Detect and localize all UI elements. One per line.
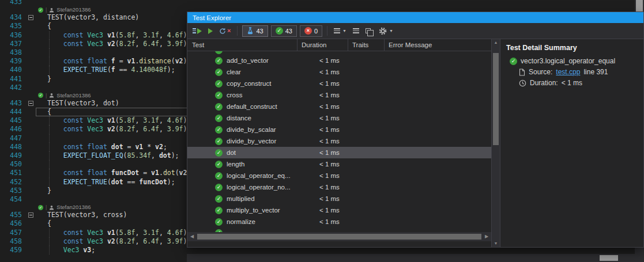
line-number[interactable]: 449 [0, 151, 25, 160]
column-header-duration[interactable]: Duration [297, 39, 348, 51]
line-number[interactable]: 433 [0, 0, 25, 6]
source-file-link[interactable]: test.cpp [556, 68, 580, 76]
detail-duration-row: Duration: < 1 ms [506, 79, 638, 87]
code-text: const Vec3 v1(5.8f, 3.1f, 4.6f); [36, 31, 191, 40]
line-number[interactable]: 456 [0, 219, 25, 228]
test-row-multiplied[interactable]: ✓multiplied< 1 ms [187, 193, 491, 204]
fold-column [25, 151, 36, 160]
line-number[interactable]: 442 [0, 83, 25, 92]
line-number[interactable]: 436 [0, 31, 25, 40]
repeat-last-run-button[interactable]: × [217, 25, 232, 37]
test-row-length[interactable]: ✓length< 1 ms [187, 158, 491, 170]
failed-icon: × [304, 27, 312, 35]
fold-column [25, 57, 36, 66]
scroll-right-arrow-icon[interactable]: ▶ [482, 232, 491, 241]
line-number[interactable]: 444 [0, 108, 25, 116]
line-number[interactable]: 458 [0, 237, 25, 246]
scroll-up-arrow-icon[interactable]: ▲ [492, 39, 500, 46]
test-row-distance[interactable]: ✓distance< 1 ms [187, 112, 491, 124]
test-row-divide-by-vector[interactable]: ✓divide_by_vector< 1 ms [187, 135, 491, 147]
line-number[interactable]: 443 [0, 99, 25, 108]
line-number[interactable]: 448 [0, 143, 25, 151]
test-explorer-toolbar: × 43 ✓ 43 × 0 ▼ [187, 23, 643, 39]
line-number[interactable]: 437 [0, 40, 25, 48]
scroll-left-arrow-icon[interactable]: ◀ [187, 232, 197, 241]
test-row-dot[interactable]: ✓dot< 1 ms [187, 147, 491, 158]
code-text: } [36, 187, 51, 195]
test-list-horizontal-scrollbar[interactable]: ◀ ▶ [187, 232, 491, 241]
codelens-author[interactable]: Stefan201386 [57, 204, 91, 211]
test-passed-icon: ✓ [215, 207, 223, 214]
code-text [36, 83, 47, 92]
line-number[interactable]: 455 [0, 211, 25, 219]
test-row-logical-operator-no[interactable]: ✓logical_operator_no...< 1 ms [187, 181, 491, 193]
test-passed-icon: ✓ [510, 58, 517, 65]
editor-horizontal-scrollbar-thumb[interactable] [600, 255, 618, 261]
playlist-dropdown-button[interactable]: ▼ [332, 25, 348, 37]
column-header-error-message[interactable]: Error Message [385, 39, 491, 51]
line-number[interactable]: 450 [0, 160, 25, 169]
fold-collapse-button[interactable] [25, 99, 36, 108]
failed-tests-filter-button[interactable]: × 0 [300, 25, 322, 37]
run-tests-button[interactable] [206, 25, 214, 37]
test-name: clear [227, 69, 241, 75]
line-number[interactable]: 457 [0, 229, 25, 237]
collapse-minus-icon[interactable] [28, 101, 33, 106]
scroll-down-arrow-icon[interactable]: ▼ [492, 240, 500, 247]
fold-collapse-button[interactable] [25, 13, 36, 22]
line-number[interactable]: 447 [0, 134, 25, 143]
column-header-traits[interactable]: Traits [348, 39, 385, 51]
line-number[interactable]: 438 [0, 48, 25, 57]
test-row-multiply-to-vector[interactable]: ✓multiply_to_vector< 1 ms [187, 204, 491, 216]
editor-horizontal-scrollbar[interactable] [187, 254, 635, 262]
test-explorer-window: Test Explorer × [187, 12, 644, 248]
collapse-minus-icon[interactable] [28, 212, 33, 218]
group-by-button[interactable] [351, 25, 361, 37]
run-all-tests-button[interactable] [191, 25, 204, 37]
line-number[interactable]: 459 [0, 246, 25, 255]
line-number[interactable]: 454 [0, 195, 25, 204]
line-number[interactable]: 445 [0, 116, 25, 125]
test-row-clear[interactable]: ✓clear< 1 ms [187, 66, 491, 78]
line-number[interactable]: 441 [0, 75, 25, 83]
line-number[interactable]: 434 [0, 13, 25, 22]
code-text: { [36, 219, 51, 228]
codelens-author[interactable]: Stefan201386 [57, 92, 91, 99]
fold-column [25, 143, 36, 151]
line-number[interactable]: 440 [0, 66, 25, 74]
test-name: normalize [227, 218, 255, 225]
collapse-minus-icon[interactable] [28, 15, 33, 20]
total-tests-filter-button[interactable]: 43 [242, 25, 268, 37]
test-row-add-to-vector[interactable]: ✓add_to_vector< 1 ms [187, 55, 491, 66]
line-number[interactable]: 453 [0, 187, 25, 195]
test-explorer-title-bar[interactable]: Test Explorer [187, 12, 643, 23]
columns-button[interactable] [364, 25, 374, 37]
line-number[interactable]: 451 [0, 169, 25, 177]
test-row-copy-construct[interactable]: ✓copy_construct< 1 ms [187, 78, 491, 89]
settings-dropdown-button[interactable]: ▼ [377, 25, 395, 37]
line-number[interactable]: 439 [0, 57, 25, 66]
test-passed-icon: ✓ [215, 184, 223, 191]
column-header-test[interactable]: Test [187, 39, 297, 51]
test-row-logical-operator-eq[interactable]: ✓logical_operator_eq...< 1 ms [187, 170, 491, 181]
codelens-author[interactable]: Stefan201386 [57, 6, 91, 13]
code-line[interactable]: 433 [0, 0, 644, 6]
fold-collapse-button[interactable] [25, 211, 36, 219]
code-text: TEST(vector3, dot) [36, 99, 119, 108]
line-number[interactable]: 435 [0, 22, 25, 31]
test-list-vertical-scrollbar-thumb[interactable] [493, 53, 499, 145]
line-number[interactable]: 452 [0, 178, 25, 187]
test-row-default-construct[interactable]: ✓default_construct< 1 ms [187, 101, 491, 112]
failed-tests-count: 0 [314, 28, 318, 35]
gear-icon [379, 27, 387, 35]
test-row-divide-by-scalar[interactable]: ✓divide_by_scalar< 1 ms [187, 124, 491, 135]
code-text: EXPECT_TRUE(f == 4.140048f); [36, 66, 175, 74]
test-row-cross[interactable]: ✓cross< 1 ms [187, 89, 491, 101]
test-list-horizontal-scrollbar-thumb[interactable] [197, 234, 481, 240]
test-name: multiply_to_vector [227, 207, 280, 214]
passed-tests-filter-button[interactable]: ✓ 43 [271, 25, 297, 37]
test-row-normalize[interactable]: ✓normalize< 1 ms [187, 216, 491, 227]
test-list-vertical-scrollbar[interactable]: ▲ ▼ [491, 39, 500, 247]
test-duration: < 1 ms [319, 103, 340, 110]
line-number[interactable]: 446 [0, 125, 25, 134]
